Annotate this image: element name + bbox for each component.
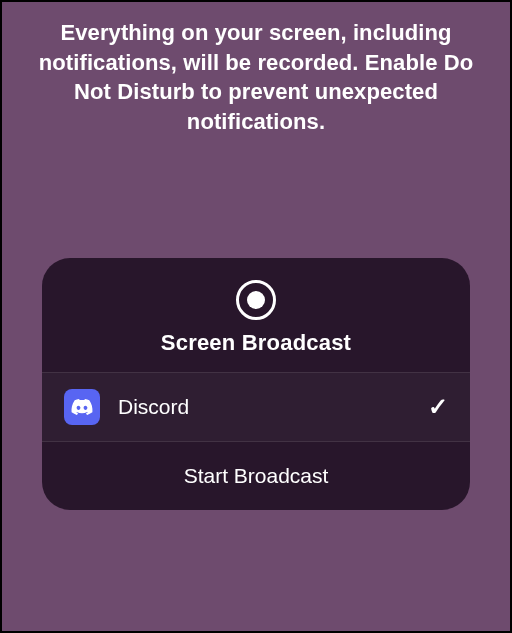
start-broadcast-button[interactable]: Start Broadcast [42,442,470,510]
record-dot-icon [247,291,265,309]
card-title: Screen Broadcast [161,330,351,356]
record-icon [236,280,276,320]
checkmark-icon: ✓ [428,393,448,421]
warning-message: Everything on your screen, including not… [2,2,510,137]
discord-icon [64,389,100,425]
discord-logo-icon [70,395,94,419]
app-name-label: Discord [118,395,428,419]
broadcast-card: Screen Broadcast Discord ✓ Start Broadca… [42,258,470,510]
app-option-discord[interactable]: Discord ✓ [42,373,470,441]
card-header: Screen Broadcast [42,258,470,372]
